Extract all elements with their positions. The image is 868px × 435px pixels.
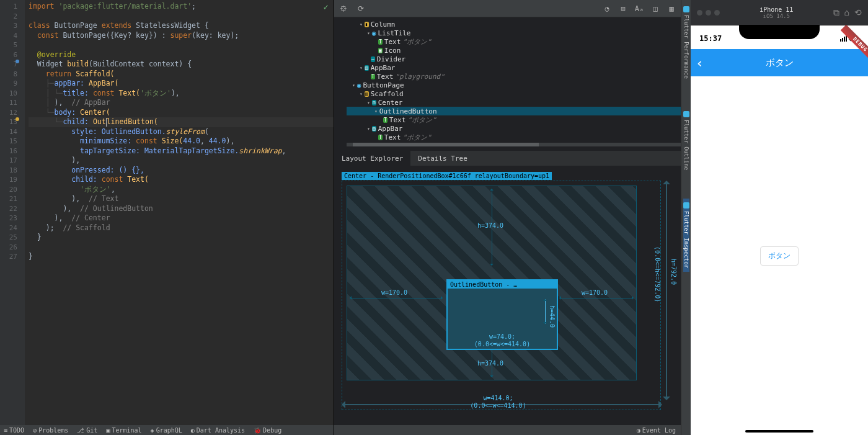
line-number: 9 [0, 79, 25, 89]
simulator-os-version: iOS 14.5 [720, 13, 833, 19]
line-number: 22 [0, 204, 25, 214]
line-number: 2 [0, 12, 25, 22]
gutter: 1 2 3 4 5 6 7 8 9 10 11 12 13 14 15 16 1… [0, 0, 25, 425]
event-log-button[interactable]: ◑ Event Log [637, 427, 676, 434]
line-number: 27 [0, 252, 25, 262]
rail-flutter-outline[interactable]: Flutter Outline [683, 107, 689, 174]
status-problems[interactable]: ⊘ Problems [33, 427, 68, 434]
simulator-device-name: iPhone 11 [720, 6, 833, 13]
line-number: 16 [0, 146, 25, 156]
status-bar: ≡ TODO ⊘ Problems ⎇ Git ▣ Terminal ◈ Gra… [0, 425, 334, 435]
simulator-window: iPhone 11 iOS 14.5 ⧉ ⌂ ⟲ DEBUG 15:37 ◈ ▮… [691, 0, 868, 435]
editor-pane: ✓ 1 2 3 4 5 6 7 8 9 10 11 12 13 14 15 16… [0, 0, 334, 435]
line-number: 18 [0, 166, 25, 176]
line-number: 21 [0, 194, 25, 204]
line-number: 17 [0, 156, 25, 166]
line-number: 13 [0, 117, 25, 127]
status-graphql[interactable]: ◈ GraphQL [151, 427, 182, 434]
line-number: 11 [0, 98, 25, 108]
rotate-icon[interactable]: ⟲ [854, 7, 862, 18]
status-debug[interactable]: 🐞 Debug [254, 427, 281, 434]
status-dart[interactable]: ◐ Dart Analysis [191, 427, 245, 434]
line-number: 25 [0, 233, 25, 243]
line-number: 24 [0, 223, 25, 233]
signal-icon [840, 35, 847, 42]
status-todo[interactable]: ≡ TODO [4, 427, 24, 434]
back-icon[interactable]: ‹ [696, 55, 704, 71]
line-numbers: 1 2 3 4 5 6 7 8 9 10 11 12 13 14 15 16 1… [0, 0, 25, 262]
refresh-icon[interactable]: ⟳ [355, 3, 366, 14]
tree-scrollbar[interactable] [347, 143, 681, 146]
repaint-icon[interactable]: ◫ [650, 3, 661, 14]
line-number: 1 [0, 2, 25, 12]
layout-selected-box: OutlinedButton - … h=44.0 w=74.0; (0.0<=… [446, 279, 558, 350]
tab-layout-explorer[interactable]: Layout Explorer [334, 151, 410, 166]
screenshot-icon[interactable]: ⧉ [833, 7, 839, 18]
line-number: 6 [0, 50, 25, 60]
line-number: 3 [0, 21, 25, 31]
line-number: 26 [0, 243, 25, 253]
window-zoom-icon[interactable] [714, 10, 720, 16]
line-number: 20 [0, 185, 25, 195]
line-number: 5 [0, 40, 25, 50]
layout-root-label: Center - RenderPositionedBox#1c66f relay… [342, 172, 552, 180]
line-number: 12 [0, 108, 25, 118]
line-number: 8 [0, 70, 25, 79]
line-number: 4 [0, 31, 25, 41]
line-number: 23 [0, 213, 25, 223]
widget-tree[interactable]: ▾▮ Column ▾◉ ListTile T Text "ボタン" ▣ Ico… [334, 17, 681, 151]
gutter-warning-icon[interactable] [16, 117, 19, 121]
line-number: 14 [0, 127, 25, 137]
gutter-run-icon[interactable] [16, 60, 19, 63]
ios-time: 15:37 [699, 34, 722, 43]
home-icon[interactable]: ⌂ [844, 7, 849, 18]
simulator-screen[interactable]: DEBUG 15:37 ◈ ▮ ‹ ボタン ボタン [691, 25, 868, 435]
tool-window-rail: Flutter Performance Flutter Outline Flut… [681, 0, 691, 435]
devtools-toolbar: ⯐ ⟳ ◔ ⊞ Aₐ ◫ ▦ [334, 0, 681, 17]
window-minimize-icon[interactable] [706, 10, 711, 16]
app-appbar: ‹ ボタン [691, 49, 868, 76]
appbar-title: ボタン [691, 57, 868, 69]
line-number: 10 [0, 89, 25, 99]
rail-flutter-performance[interactable]: Flutter Performance [683, 2, 689, 83]
inspector-tabs: Layout Explorer Details Tree [334, 151, 681, 166]
status-terminal[interactable]: ▣ Terminal [106, 427, 141, 434]
guidelines-icon[interactable]: ⊞ [618, 3, 629, 14]
select-widget-icon[interactable]: ⯐ [338, 3, 349, 14]
devtools-pane: ⯐ ⟳ ◔ ⊞ Aₐ ◫ ▦ ▾▮ Column ▾◉ ListTile T T… [334, 0, 681, 435]
rail-flutter-inspector[interactable]: Flutter Inspector [683, 199, 689, 272]
simulator-titlebar: iPhone 11 iOS 14.5 ⧉ ⌂ ⟲ [691, 0, 868, 25]
line-number: 15 [0, 137, 25, 146]
slow-animations-icon[interactable]: ◔ [601, 3, 613, 14]
code-area[interactable]: import 'package:flutter/material.dart'; … [25, 0, 334, 425]
baselines-icon[interactable]: Aₐ [634, 3, 645, 14]
home-indicator[interactable] [745, 430, 813, 433]
line-number: 19 [0, 175, 25, 185]
tab-details-tree[interactable]: Details Tree [410, 151, 474, 166]
notch [739, 25, 820, 39]
outlined-button[interactable]: ボタン [760, 246, 799, 266]
status-git[interactable]: ⎇ Git [77, 427, 97, 434]
window-close-icon[interactable] [697, 10, 702, 16]
invert-icon[interactable]: ▦ [666, 3, 677, 14]
line-number: 7 [0, 60, 25, 70]
layout-explorer-view[interactable]: Center - RenderPositionedBox#1c66f relay… [334, 166, 681, 435]
